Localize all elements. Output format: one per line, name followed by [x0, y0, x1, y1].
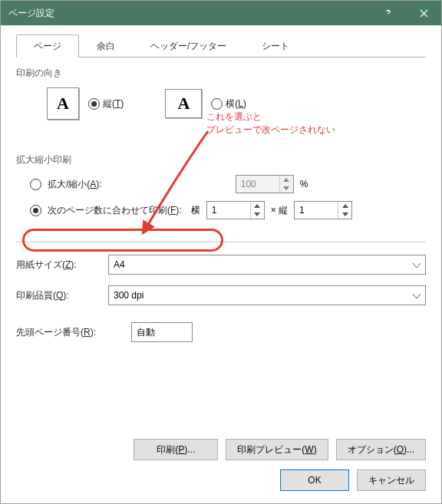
print-quality-label: 印刷品質(Q): [16, 289, 101, 302]
scaling-group: 拡大縮小印刷 拡大/縮小(A): % 次のページ数に合わせて印刷(F): 横 [16, 153, 426, 223]
chevron-down-icon [407, 259, 421, 270]
paper-size-value: A4 [114, 259, 125, 270]
tab-strip: ページ 余白 ヘッダー/フッター シート [16, 35, 426, 58]
adjust-value[interactable] [236, 176, 279, 193]
fit-times-label: × 縦 [271, 204, 288, 217]
paper-size-label: 用紙サイズ(Z): [16, 259, 101, 272]
first-page-value: 自動 [137, 326, 155, 339]
ok-button[interactable]: OK [280, 469, 349, 491]
adjust-spinner-arrows[interactable] [279, 176, 293, 193]
orientation-group: 印刷の向き A 縦(T) A 横(L) [16, 67, 426, 123]
annotation-highlight [22, 229, 223, 252]
help-button[interactable] [371, 1, 406, 25]
close-button[interactable] [406, 1, 441, 25]
adjust-spinner[interactable] [236, 175, 294, 193]
fit-tall-arrows[interactable] [338, 202, 351, 219]
options-button[interactable]: オプション(O)... [336, 439, 426, 460]
tab-header-footer[interactable]: ヘッダー/フッター [133, 35, 244, 58]
chevron-down-icon [407, 290, 421, 301]
adjust-unit: % [300, 179, 308, 189]
paper-size-combo[interactable]: A4 [108, 255, 426, 275]
portrait-radio[interactable] [88, 98, 100, 110]
fit-wide-label: 横 [191, 204, 200, 217]
fit-tall-spinner[interactable] [294, 201, 352, 219]
tab-page[interactable]: ページ [16, 35, 79, 58]
fit-radio-label: 次のページ数に合わせて印刷(F): [48, 204, 182, 217]
tab-margins[interactable]: 余白 [79, 35, 133, 58]
fit-wide-arrows[interactable] [250, 202, 264, 219]
landscape-radio-label: 横(L) [226, 97, 246, 110]
dialog-content: ページ 余白 ヘッダー/フッター シート 印刷の向き A 縦(T) A 横(L) [1, 25, 441, 503]
print-quality-combo[interactable]: 300 dpi [108, 285, 426, 305]
tab-sheet[interactable]: シート [244, 35, 307, 58]
print-preview-button[interactable]: 印刷プレビュー(W) [226, 439, 328, 460]
first-page-label: 先頭ページ番号(R): [16, 326, 124, 339]
print-button[interactable]: 印刷(P)... [134, 439, 218, 460]
first-page-input[interactable]: 自動 [131, 322, 193, 342]
fit-wide-spinner[interactable] [206, 201, 265, 219]
fit-radio[interactable] [30, 205, 41, 216]
page-setup-dialog: ページ設定 ページ 余白 ヘッダー/フッター シート 印刷の向き A 縦(T) [0, 0, 442, 504]
adjust-radio-label: 拡大/縮小(A): [48, 178, 102, 191]
landscape-radio[interactable] [211, 98, 223, 110]
adjust-radio[interactable] [30, 179, 41, 190]
landscape-icon: A [165, 89, 202, 118]
scaling-label: 拡大縮小印刷 [16, 153, 426, 166]
fit-wide-value[interactable] [207, 202, 250, 219]
titlebar: ページ設定 [1, 1, 441, 25]
cancel-button[interactable]: キャンセル [357, 469, 426, 491]
orientation-label: 印刷の向き [16, 67, 426, 80]
portrait-icon: A [47, 87, 79, 120]
window-title: ページ設定 [8, 7, 371, 20]
fit-tall-value[interactable] [295, 202, 338, 219]
print-quality-value: 300 dpi [114, 290, 143, 301]
separator [16, 242, 426, 242]
portrait-radio-label: 縦(T) [103, 97, 124, 110]
